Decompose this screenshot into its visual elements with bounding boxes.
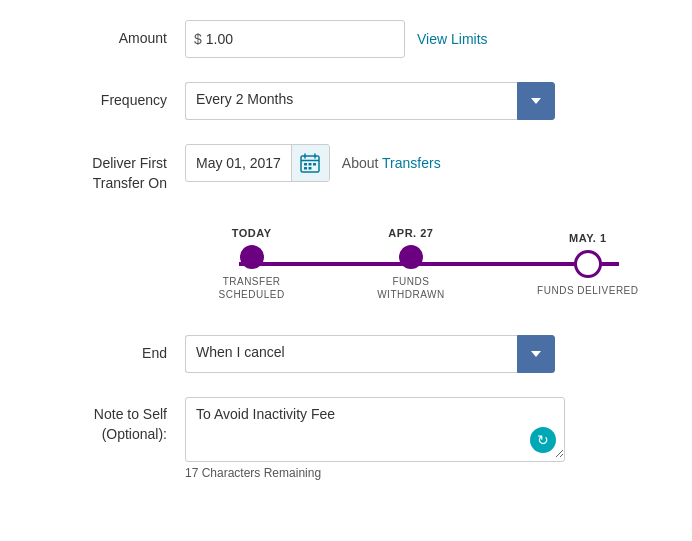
amount-input[interactable] <box>206 31 356 47</box>
amount-label: Amount <box>30 20 185 46</box>
dollar-sign: $ <box>194 31 202 47</box>
end-content: When I cancel <box>185 335 662 373</box>
amount-content: $ View Limits <box>185 20 662 58</box>
amount-row: Amount $ View Limits <box>30 20 662 58</box>
refresh-icon: ↻ <box>537 433 549 447</box>
node2-date: APR. 27 <box>388 227 433 239</box>
refresh-button[interactable]: ↻ <box>530 427 556 453</box>
svg-rect-5 <box>309 163 312 166</box>
about-transfers-link[interactable]: About Transfers <box>342 155 441 171</box>
calendar-icon <box>300 153 320 173</box>
svg-rect-8 <box>309 167 312 170</box>
end-dropdown-button[interactable] <box>517 335 555 373</box>
note-to-self-content: ↻ 17 Characters Remaining <box>185 397 662 480</box>
frequency-select-text[interactable]: Every 2 Months <box>185 82 517 120</box>
view-limits-link[interactable]: View Limits <box>417 31 488 47</box>
deliver-first-content: May 01, 2017 About Transfers <box>185 144 662 182</box>
timeline-node-today: TODAY TRANSFER SCHEDULED <box>219 227 285 301</box>
frequency-row: Frequency Every 2 Months <box>30 82 662 120</box>
char-remaining: 17 Characters Remaining <box>185 466 662 480</box>
end-select-wrapper: When I cancel <box>185 335 555 373</box>
note-to-self-row: Note to Self (Optional): ↻ 17 Characters… <box>30 397 662 480</box>
chevron-down-icon <box>531 98 541 104</box>
node3-circle <box>574 250 602 278</box>
svg-rect-6 <box>313 163 316 166</box>
calendar-button[interactable] <box>291 144 329 182</box>
node1-label: TRANSFER SCHEDULED <box>219 275 285 301</box>
node2-label: FUNDS WITHDRAWN <box>377 275 444 301</box>
svg-rect-4 <box>304 163 307 166</box>
deliver-first-row: Deliver First Transfer On May 01, 2017 <box>30 144 662 193</box>
node3-date: MAY. 1 <box>569 232 606 244</box>
end-row: End When I cancel <box>30 335 662 373</box>
end-select-text[interactable]: When I cancel <box>185 335 517 373</box>
date-input-wrapper: May 01, 2017 <box>185 144 330 182</box>
node1-date: TODAY <box>232 227 272 239</box>
amount-input-wrapper: $ <box>185 20 405 58</box>
svg-rect-7 <box>304 167 307 170</box>
node3-label: FUNDS DELIVERED <box>537 284 638 297</box>
frequency-dropdown-button[interactable] <box>517 82 555 120</box>
frequency-content: Every 2 Months <box>185 82 662 120</box>
frequency-select-wrapper: Every 2 Months <box>185 82 555 120</box>
node1-circle <box>240 245 264 269</box>
timeline-section: TODAY TRANSFER SCHEDULED APR. 27 FUNDS W… <box>185 217 662 311</box>
end-label: End <box>30 335 185 361</box>
note-textarea[interactable] <box>186 398 564 458</box>
timeline-node-apr27: APR. 27 FUNDS WITHDRAWN <box>377 227 444 301</box>
frequency-label: Frequency <box>30 82 185 108</box>
node2-circle <box>399 245 423 269</box>
note-to-self-label: Note to Self (Optional): <box>30 397 185 444</box>
timeline-node-may1: MAY. 1 FUNDS DELIVERED <box>537 232 638 297</box>
date-text: May 01, 2017 <box>186 144 291 182</box>
deliver-first-label: Deliver First Transfer On <box>30 144 185 193</box>
timeline-track: TODAY TRANSFER SCHEDULED APR. 27 FUNDS W… <box>219 227 639 301</box>
note-textarea-wrapper: ↻ <box>185 397 565 462</box>
chevron-down-icon <box>531 351 541 357</box>
